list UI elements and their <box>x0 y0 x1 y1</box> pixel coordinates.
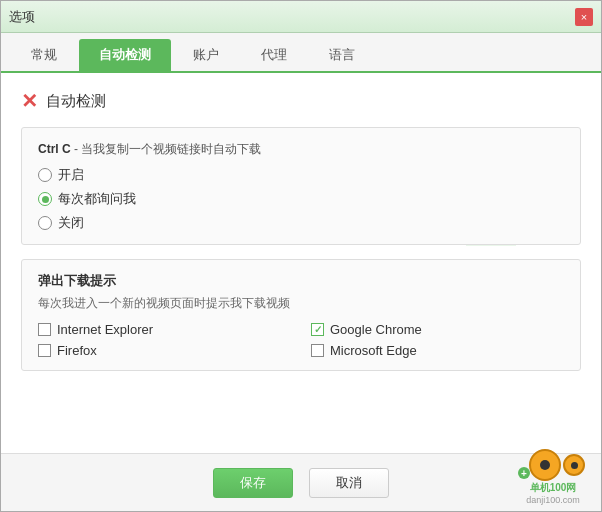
browser-ie[interactable]: Internet Explorer <box>38 322 291 337</box>
tab-auto-detect[interactable]: 自动检测 <box>79 39 171 71</box>
browser-firefox-label: Firefox <box>57 343 97 358</box>
radio-on[interactable]: 开启 <box>38 166 564 184</box>
checkbox-chrome[interactable] <box>311 323 324 336</box>
tab-language[interactable]: 语言 <box>309 39 375 71</box>
ctrl-c-desc: - 当我复制一个视频链接时自动下载 <box>71 142 262 156</box>
section-title: 自动检测 <box>46 92 106 111</box>
checkbox-edge[interactable] <box>311 344 324 357</box>
logo-eye-left <box>540 460 550 470</box>
radio-ask[interactable]: 每次都询问我 <box>38 190 564 208</box>
ctrl-c-label: Ctrl C - 当我复制一个视频链接时自动下载 <box>38 140 564 158</box>
logo-big-circle <box>529 449 561 481</box>
logo-url: danji100.com <box>526 495 580 505</box>
radio-ask-circle <box>38 192 52 206</box>
ctrl-c-panel: Ctrl C - 当我复制一个视频链接时自动下载 开启 每次都询问我 关闭 <box>21 127 581 245</box>
radio-ask-label: 每次都询问我 <box>58 190 136 208</box>
checkbox-ie[interactable] <box>38 323 51 336</box>
x-icon: ✕ <box>21 89 38 113</box>
popup-panel: 弹出下载提示 每次我进入一个新的视频页面时提示我下载视频 Internet Ex… <box>21 259 581 371</box>
tab-account[interactable]: 账户 <box>173 39 239 71</box>
window-title: 选项 <box>9 8 35 26</box>
cancel-button[interactable]: 取消 <box>309 468 389 498</box>
browser-grid: Internet Explorer Google Chrome Firefox … <box>38 322 564 358</box>
logo-eye-right <box>571 462 578 469</box>
radio-on-circle <box>38 168 52 182</box>
browser-firefox[interactable]: Firefox <box>38 343 291 358</box>
browser-ie-label: Internet Explorer <box>57 322 153 337</box>
browser-edge-label: Microsoft Edge <box>330 343 417 358</box>
main-window: 选项 × 常规 自动检测 账户 代理 语言 <box>0 0 602 512</box>
title-bar: 选项 × <box>1 1 601 33</box>
checkbox-firefox[interactable] <box>38 344 51 357</box>
tab-general[interactable]: 常规 <box>11 39 77 71</box>
radio-on-label: 开启 <box>58 166 84 184</box>
browser-chrome-label: Google Chrome <box>330 322 422 337</box>
ctrl-c-key: Ctrl C <box>38 142 71 156</box>
logo-site: 单机100网 <box>530 481 577 495</box>
logo-icon-group: + <box>521 449 585 481</box>
tab-bar: 常规 自动检测 账户 代理 语言 <box>1 33 601 73</box>
close-button[interactable]: × <box>575 8 593 26</box>
logo-small-circle <box>563 454 585 476</box>
footer: 保存 取消 + 单机100网 danji100.com <box>1 453 601 511</box>
save-button[interactable]: 保存 <box>213 468 293 498</box>
content-area: ✕ 自动检测 Ctrl C - 当我复制一个视频链接时自动下载 开启 每次都询问… <box>1 73 601 453</box>
radio-off-circle <box>38 216 52 230</box>
browser-edge[interactable]: Microsoft Edge <box>311 343 564 358</box>
logo-main-circle-container: + <box>521 449 561 481</box>
logo-plus-icon: + <box>518 467 530 479</box>
radio-off[interactable]: 关闭 <box>38 214 564 232</box>
popup-desc: 每次我进入一个新的视频页面时提示我下载视频 <box>38 294 564 312</box>
logo-area: + 单机100网 danji100.com <box>521 449 585 505</box>
radio-off-label: 关闭 <box>58 214 84 232</box>
popup-title: 弹出下载提示 <box>38 272 564 290</box>
radio-group: 开启 每次都询问我 关闭 <box>38 166 564 232</box>
browser-chrome[interactable]: Google Chrome <box>311 322 564 337</box>
section-header: ✕ 自动检测 <box>21 89 581 113</box>
tab-proxy[interactable]: 代理 <box>241 39 307 71</box>
